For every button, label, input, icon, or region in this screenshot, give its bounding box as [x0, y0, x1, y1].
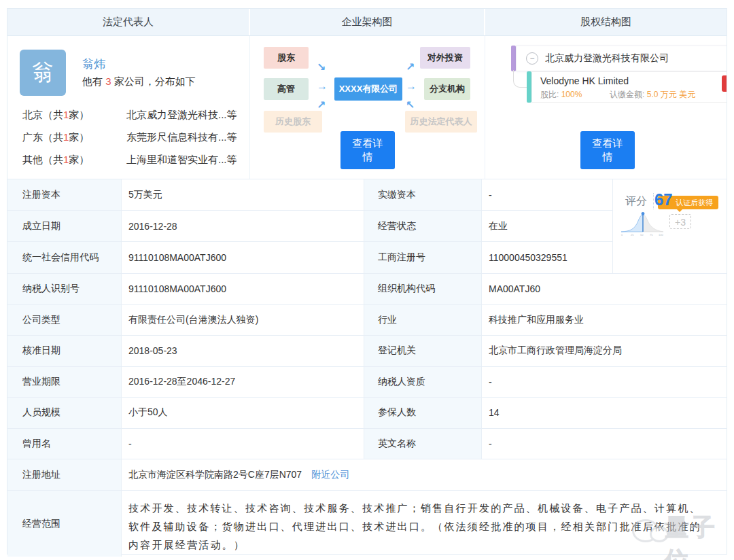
row-value: 110000450329551 [482, 242, 612, 273]
company-name[interactable]: 北京威力登激光科技...等 [126, 109, 237, 122]
node-outbound-investments: 对外投资 [420, 47, 470, 69]
svg-text:75: 75 [650, 233, 653, 237]
row-value: 91110108MA00ATJ600 [122, 242, 364, 273]
row-label: 注册地址 [7, 459, 122, 490]
child-node-bar [527, 71, 531, 103]
legal-rep-summary: 他有 3 家公司，分布如下 [82, 75, 196, 88]
arrow-up-left-icon: ↖ [406, 100, 415, 111]
summary-suffix: 家公司，分布如下 [114, 75, 196, 87]
score-distribution-chart: 0 25 50 75 100 [620, 211, 666, 238]
node-executives: 高管 [264, 78, 309, 100]
row-label: 工商注册号 [364, 242, 482, 273]
row-label: 核准日期 [7, 336, 122, 366]
row-value: 小于50人 [122, 398, 364, 428]
table-row: 注册资本 5万美元 实缴资本 - [7, 179, 612, 211]
node-history-shareholders: 历史股东 [264, 111, 322, 133]
row-value: 2016-12-28 [122, 211, 364, 241]
root-company-name[interactable]: 北京威力登激光科技有限公司 [545, 52, 669, 65]
row-label: 人员规模 [7, 398, 122, 428]
row-label: 纳税人识别号 [7, 274, 122, 304]
row-value: 2016-12-28至2046-12-27 [122, 367, 364, 398]
currency: 美元 [679, 90, 695, 99]
row-label: 曾用名 [7, 429, 122, 459]
red-tag-clipped [722, 75, 727, 92]
score-extra-badge: +3 [669, 214, 691, 229]
legal-representative-panel: 翁 翁炜 他有 3 家公司，分布如下 北京（共1家） 北京威力登激光科技...等… [7, 36, 250, 179]
company-name[interactable]: 上海里和道智实业有...等 [126, 154, 237, 167]
row-label: 经营范围 [7, 491, 122, 557]
equity-chart-panel: − 北京威力登激光科技有限公司 Velodyne HK Limited 股比: … [485, 36, 727, 179]
table-top-block: 注册资本 5万美元 实缴资本 - 成立日期 2016-12-28 经营状态 在业… [7, 179, 727, 274]
svg-text:25: 25 [631, 233, 634, 237]
row-value: - [482, 429, 727, 459]
table-row: 成立日期 2016-12-28 经营状态 在业 [7, 211, 612, 242]
row-value: - [482, 179, 612, 210]
arrow-right-icon: → [406, 81, 417, 92]
tree-connector [513, 70, 527, 88]
row-label: 登记机关 [364, 336, 482, 366]
row-label: 成立日期 [7, 211, 122, 241]
nearby-companies-link[interactable]: 附近公司 [311, 469, 349, 481]
collapse-icon[interactable]: − [526, 52, 538, 65]
legal-rep-name-link[interactable]: 翁炜 [82, 56, 105, 72]
row-value: - [122, 429, 364, 459]
svg-text:50: 50 [640, 233, 644, 237]
row-value: MA00ATJ60 [482, 274, 727, 304]
arrow-up-right-icon: ↗ [406, 62, 415, 73]
amount-label: 认缴金额: [610, 90, 644, 99]
amount-value: 5.0 万元 [647, 90, 677, 99]
svg-text:0: 0 [621, 233, 623, 237]
score-value: 67 [654, 190, 673, 209]
region-label: 广东（共1家） [22, 131, 126, 144]
arrow-down-right-icon: ↘ [317, 62, 326, 73]
table-row: 纳税人识别号 91110108MA00ATJ600 组织机构代码 MA00ATJ… [7, 274, 727, 305]
company-info-card: 法定代表人 企业架构图 股权结构图 翁 翁炜 他有 3 家公司，分布如下 北京（… [7, 8, 727, 555]
row-label: 组织机构代码 [364, 274, 482, 304]
row-value: - [482, 367, 727, 398]
address-cell: 北京市海淀区科学院南路2号C座7层N707 附近公司 [122, 459, 727, 490]
table-row-scope: 经营范围 技术开发、技术转让、技术咨询、技术服务、技术推广；销售自行开发的产品、… [7, 491, 727, 557]
row-value: 2018-05-23 [122, 336, 364, 366]
company-distribution-list: 北京（共1家） 北京威力登激光科技...等 广东（共1家） 东莞形尺信息科技有.… [22, 104, 237, 171]
header-equity-chart: 股权结构图 [485, 9, 727, 35]
top-panels: 翁 翁炜 他有 3 家公司，分布如下 北京（共1家） 北京威力登激光科技...等… [7, 36, 727, 179]
equity-shareholder-node: Velodyne HK Limited 股比: 100% 认缴金额: 5.0 万… [531, 71, 727, 103]
table-row: 曾用名 - 英文名称 - [7, 429, 727, 460]
region-label: 北京（共1家） [22, 109, 126, 122]
org-chart-detail-button[interactable]: 查看详情 [340, 131, 395, 169]
top-header-row: 法定代表人 企业架构图 股权结构图 [7, 9, 727, 36]
node-branches: 分支机构 [424, 78, 470, 100]
row-label: 营业期限 [7, 367, 122, 398]
svg-text:100: 100 [659, 233, 663, 237]
company-name[interactable]: 东莞形尺信息科技有...等 [126, 131, 237, 144]
row-label: 注册资本 [7, 179, 122, 210]
table-row: 公司类型 有限责任公司(台港澳法人独资) 行业 科技推广和应用服务业 [7, 305, 727, 336]
row-label: 英文名称 [364, 429, 482, 459]
row-value: 5万美元 [122, 179, 364, 210]
table-row-address: 注册地址 北京市海淀区科学院南路2号C座7层N707 附近公司 [7, 459, 727, 491]
arrow-right-icon: → [317, 81, 328, 92]
table-row: 统一社会信用代码 91110108MA00ATJ600 工商注册号 110000… [7, 242, 612, 273]
row-label: 经营状态 [364, 211, 482, 241]
row-label: 行业 [364, 305, 482, 336]
region-label: 其他（共1家） [22, 154, 126, 167]
row-value: 91110108MA00ATJ600 [122, 274, 364, 304]
ratio-label: 股比: [540, 90, 559, 99]
org-chart-panel: 股东 高管 历史股东 XXXX有限公司 对外投资 分支机构 历史法定代表人 ↘ … [250, 36, 485, 179]
summary-prefix: 他有 [82, 75, 103, 87]
business-scope-value: 技术开发、技术转让、技术咨询、技术服务、技术推广；销售自行开发的产品、机械设备、… [122, 491, 727, 557]
row-label: 统一社会信用代码 [7, 242, 122, 273]
row-value: 科技推广和应用服务业 [482, 305, 727, 336]
row-label: 实缴资本 [364, 179, 482, 210]
equity-chart-detail-button[interactable]: 查看详情 [580, 131, 635, 169]
table-row: 核准日期 2018-05-23 登记机关 北京市工商行政管理局海淀分局 [7, 336, 727, 367]
row-label: 纳税人资质 [364, 367, 482, 398]
shareholder-name[interactable]: Velodyne HK Limited [540, 75, 727, 86]
row-value: 在业 [482, 211, 612, 241]
score-panel: 评分 认证后获得 67 +3 0 25 50 75 100 [612, 179, 727, 273]
node-shareholders: 股东 [264, 47, 309, 69]
company-info-table: 注册资本 5万美元 实缴资本 - 成立日期 2016-12-28 经营状态 在业… [7, 179, 727, 557]
list-item: 其他（共1家） 上海里和道智实业有...等 [22, 149, 237, 171]
summary-count: 3 [105, 75, 111, 87]
row-value: 北京市工商行政管理局海淀分局 [482, 336, 727, 366]
